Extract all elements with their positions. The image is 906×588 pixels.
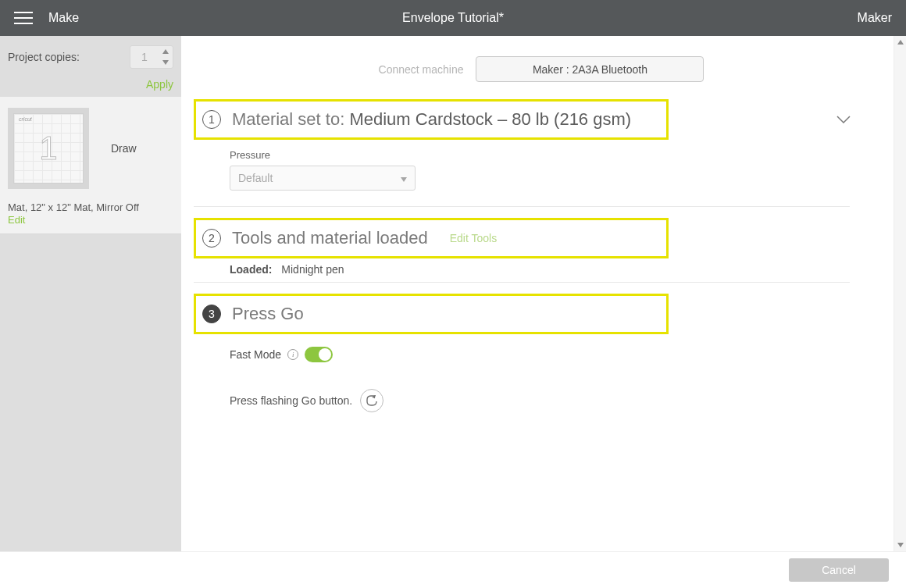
step-2-title: Tools and material loaded	[232, 228, 428, 248]
copies-label: Project copies:	[8, 51, 130, 63]
pressure-select[interactable]: Default	[230, 166, 416, 191]
sidebar: Project copies: Apply cricut 1	[0, 36, 181, 551]
step-3-title: Press Go	[232, 304, 304, 324]
copies-panel: Project copies: Apply	[0, 36, 181, 97]
scroll-down-icon[interactable]	[894, 539, 906, 551]
copies-up-icon[interactable]	[159, 46, 173, 57]
fastmode-toggle[interactable]	[305, 347, 333, 362]
connect-label: Connect machine	[379, 63, 464, 76]
loaded-value: Midnight pen	[281, 263, 344, 276]
mat-meta: Mat, 12" x 12" Mat, Mirror Off	[8, 189, 173, 213]
mat-operation: Draw	[111, 142, 137, 155]
pressure-value: Default	[238, 172, 273, 184]
apply-link[interactable]: Apply	[146, 78, 173, 91]
machine-selected: Maker : 2A3A Bluetooth	[533, 63, 647, 76]
sidebar-fill	[0, 234, 181, 551]
edit-tools-link[interactable]: Edit Tools	[450, 232, 497, 244]
copies-down-icon[interactable]	[159, 57, 173, 68]
step-tools: 2 Tools and material loaded Edit Tools L…	[194, 218, 881, 283]
mat-number: 1	[39, 130, 57, 167]
scroll-up-icon[interactable]	[894, 36, 906, 48]
app-header: Make Envelope Tutorial* Maker	[0, 0, 906, 36]
step-material: 1 Material set to: Medium Cardstock – 80…	[194, 99, 881, 207]
device-label: Maker	[858, 11, 892, 25]
chevron-down-icon[interactable]	[836, 113, 851, 126]
make-label: Make	[48, 11, 79, 25]
step-3-number: 3	[202, 305, 221, 323]
mat-preview[interactable]: cricut 1	[8, 108, 89, 189]
step-1-header[interactable]: 1 Material set to: Medium Cardstock – 80…	[194, 99, 669, 140]
step-2-header[interactable]: 2 Tools and material loaded Edit Tools	[194, 218, 669, 258]
step-1-title: Material set to: Medium Cardstock – 80 l…	[232, 109, 631, 130]
scrollbar[interactable]	[894, 36, 906, 551]
caret-down-icon	[401, 172, 407, 184]
go-button-icon	[360, 389, 383, 412]
copies-stepper[interactable]	[130, 45, 173, 69]
machine-row: Connect machine Maker : 2A3A Bluetooth	[194, 42, 889, 99]
loaded-label: Loaded:	[230, 263, 272, 276]
cancel-button[interactable]: Cancel	[789, 558, 889, 582]
step-3-header[interactable]: 3 Press Go	[194, 294, 669, 334]
info-icon[interactable]: i	[287, 349, 298, 360]
step-go: 3 Press Go Fast Mode i Press flashing Go…	[194, 294, 881, 412]
machine-select[interactable]: Maker : 2A3A Bluetooth	[476, 56, 704, 82]
mat-section: cricut 1 Draw Mat, 12" x 12" Mat, Mirror…	[0, 97, 181, 234]
step-2-number: 2	[202, 229, 221, 248]
step-1-number: 1	[202, 110, 221, 129]
main-panel: Connect machine Maker : 2A3A Bluetooth 1…	[181, 36, 906, 551]
project-title: Envelope Tutorial*	[402, 11, 504, 25]
copies-input[interactable]	[130, 46, 159, 68]
footer: Cancel	[0, 551, 906, 588]
mat-edit-link[interactable]: Edit	[8, 214, 25, 226]
press-go-text: Press flashing Go button.	[230, 394, 352, 407]
divider-2	[194, 282, 850, 283]
fastmode-label: Fast Mode	[230, 348, 281, 361]
menu-icon[interactable]	[14, 9, 33, 27]
pressure-label: Pressure	[230, 149, 881, 161]
divider	[194, 206, 850, 207]
